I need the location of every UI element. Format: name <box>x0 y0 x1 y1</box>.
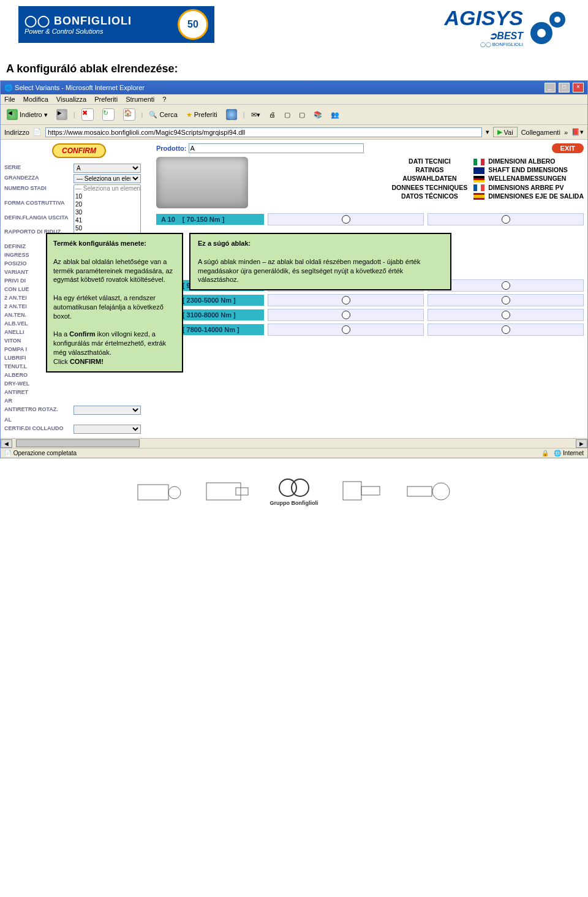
address-dropdown[interactable]: ▾ <box>486 128 489 136</box>
label-forma: FORMA COSTRUTTIVA <box>3 199 73 213</box>
svg-point-3 <box>554 17 560 23</box>
back-button[interactable]: ◄Indietro ▾ <box>4 108 50 121</box>
label-defin: DEFIN.FLANGIA USCITA <box>3 213 73 228</box>
window-titlebar: 🌐 Select Variants - Microsoft Internet E… <box>1 81 587 94</box>
radio-dims[interactable] <box>428 309 584 321</box>
exit-button[interactable]: EXIT <box>552 143 584 153</box>
radio-tech[interactable] <box>268 213 424 225</box>
select-certif[interactable] <box>74 425 141 434</box>
menu-view[interactable]: Visualizza <box>56 96 86 103</box>
flag-de-icon <box>473 176 484 183</box>
research-button[interactable]: 📚 <box>311 110 325 120</box>
stop-button[interactable]: ✖ <box>79 107 96 122</box>
radio-dims[interactable] <box>428 213 584 225</box>
radio-tech[interactable] <box>268 309 424 321</box>
menu-file[interactable]: File <box>4 96 15 103</box>
refresh-button[interactable]: ↻ <box>100 107 117 122</box>
radio-dims[interactable] <box>428 324 584 336</box>
svg-rect-4 <box>138 485 168 500</box>
prodotto-input[interactable] <box>189 143 364 153</box>
prodotto-label: Prodotto: <box>156 145 186 152</box>
svg-point-13 <box>432 483 450 500</box>
menu-favorites[interactable]: Preferiti <box>94 96 118 103</box>
links-expand[interactable]: » <box>564 129 568 136</box>
print-button[interactable]: 🖨 <box>266 110 278 119</box>
mail-button[interactable]: ✉▾ <box>249 110 263 120</box>
address-label: Indirizzo <box>4 129 29 136</box>
bonfiglioli-logo: ◯◯ BONFIGLIOLI Power & Control Solutions… <box>18 6 214 43</box>
svg-point-1 <box>537 29 546 37</box>
done-icon: 📄 <box>4 450 12 456</box>
flag-it-icon <box>473 159 484 165</box>
section-title: A konfiguráló ablak elrendezése: <box>0 51 588 80</box>
minimize-button[interactable]: _ <box>545 83 556 93</box>
label-numero-stadi: NUMERO STADI <box>3 184 73 199</box>
menu-bar: File Modifica Visualizza Preferiti Strum… <box>1 94 587 105</box>
forward-button[interactable]: ► <box>54 108 70 121</box>
tech-data-block: DATI TECNICIRATINGSAUSWAHLDATENDONNEES T… <box>392 157 468 200</box>
radio-tech[interactable] <box>268 324 424 336</box>
menu-tools[interactable]: Strumenti <box>126 96 154 103</box>
star-icon: ★ <box>186 111 192 119</box>
select-grandezza[interactable]: — Seleziona un elem <box>74 174 141 183</box>
svg-rect-7 <box>236 488 248 495</box>
messenger-button[interactable]: 👥 <box>328 110 342 120</box>
svg-rect-11 <box>361 486 380 495</box>
svg-point-5 <box>168 486 181 499</box>
variant-row: A 80[ 3100-8000 Nm ] <box>156 309 584 321</box>
confirm-button[interactable]: CONFIRM <box>52 143 106 158</box>
variant-row: A 10[ 70-150 Nm ] <box>156 213 584 225</box>
toolbar: ◄Indietro ▾ ► | ✖ ↻ 🏠 | 🔍Cerca ★Preferit… <box>1 105 587 125</box>
gearbox-outline-icon <box>132 475 187 506</box>
ie-icon: 🌐 <box>4 84 13 91</box>
product-image <box>156 157 248 208</box>
gruppo-bonfiglioli-logo: Gruppo Bonfiglioli <box>266 475 322 506</box>
zone-icon: 🌐 <box>554 450 561 456</box>
acrobat-icon[interactable]: 📕▾ <box>571 128 584 136</box>
callout-left: Termék konfigurálás menete: Az ablak bal… <box>46 233 183 373</box>
maximize-button[interactable]: □ <box>559 83 570 93</box>
menu-edit[interactable]: Modifica <box>23 96 48 103</box>
search-button[interactable]: 🔍Cerca <box>146 110 179 120</box>
page-icon: 📄 <box>33 128 42 136</box>
agisys-logo: AGISYS ➲BEST ◯◯ BONFIGLIOLI <box>445 6 523 47</box>
lock-icon: 🔒 <box>541 450 549 456</box>
browser-window: 🌐 Select Variants - Microsoft Internet E… <box>0 80 588 458</box>
go-button[interactable]: ▶ Vai <box>493 127 518 137</box>
variant-row: A 70[ 2300-5000 Nm ] <box>156 294 584 306</box>
address-bar: Indirizzo 📄 ▾ ▶ Vai Collegamenti » 📕▾ <box>1 125 587 140</box>
menu-help[interactable]: ? <box>162 96 166 103</box>
gearbox-outline-icon <box>334 475 389 506</box>
select-serie[interactable]: A <box>74 164 141 173</box>
gearbox-outline-icon <box>401 475 456 506</box>
select-antiretro[interactable] <box>74 406 141 415</box>
close-button[interactable]: × <box>573 83 584 93</box>
search-icon: 🔍 <box>149 111 157 119</box>
anniversary-badge: 50 <box>178 9 208 40</box>
horizontal-scrollbar[interactable]: ◄ ► <box>1 438 587 448</box>
svg-rect-10 <box>343 482 361 500</box>
gears-icon <box>527 6 570 49</box>
gearbox-outline-icon <box>199 475 254 506</box>
discuss-button[interactable]: ▢ <box>296 110 307 120</box>
edit-button[interactable]: ▢ <box>282 110 293 120</box>
svg-rect-12 <box>407 486 432 496</box>
flag-fr-icon <box>473 184 484 191</box>
favorites-button[interactable]: ★Preferiti <box>184 110 220 120</box>
callout-right: Ez a súgó ablak: A súgó ablak minden – a… <box>189 233 451 290</box>
page-header: ◯◯ BONFIGLIOLI Power & Control Solutions… <box>0 0 588 51</box>
flag-uk-icon <box>473 167 484 174</box>
footer: Gruppo Bonfiglioli <box>0 458 588 512</box>
status-bar: 📄 Operazione completata 🔒 🌐 Internet <box>1 448 587 458</box>
label-grandezza: GRANDEZZA <box>3 173 73 184</box>
flag-es-icon <box>473 193 484 200</box>
address-input[interactable] <box>45 127 482 137</box>
svg-point-9 <box>292 479 309 496</box>
radio-tech[interactable] <box>268 294 424 306</box>
variant-row: A 90[ 7800-14000 Nm ] <box>156 324 584 336</box>
radio-dims[interactable] <box>428 294 584 306</box>
media-button[interactable] <box>224 108 239 121</box>
links-label[interactable]: Collegamenti <box>521 129 560 136</box>
home-button[interactable]: 🏠 <box>121 107 138 122</box>
label-serie: SERIE <box>3 163 73 173</box>
